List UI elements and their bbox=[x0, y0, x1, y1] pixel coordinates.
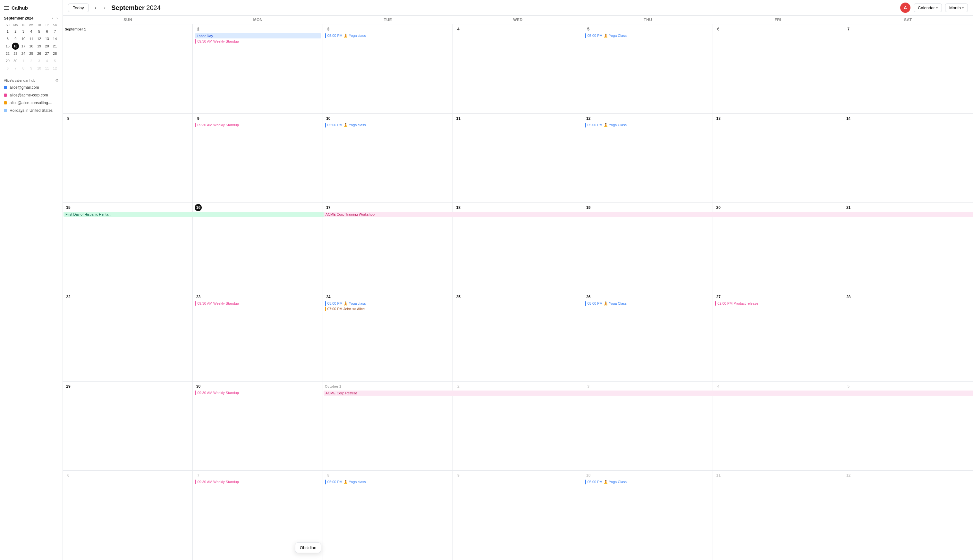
calendar-cell[interactable]: 909:30 AM Weekly Standup bbox=[193, 114, 323, 203]
mini-cal-day[interactable]: 26 bbox=[35, 50, 43, 57]
mini-cal-day[interactable]: 9 bbox=[12, 35, 19, 42]
event[interactable]: 05:00 PM 🧘 Yoga Class bbox=[585, 123, 711, 128]
mini-cal-day[interactable]: 8 bbox=[4, 35, 11, 42]
mini-cal-day[interactable]: 28 bbox=[51, 50, 59, 57]
calendar-cell[interactable]: 14 bbox=[843, 114, 973, 203]
mini-cal-day[interactable]: 2 bbox=[28, 57, 35, 64]
calendar-item[interactable]: alice@alice-consulting.... bbox=[4, 100, 59, 106]
mini-cal-day[interactable]: 20 bbox=[43, 43, 51, 50]
calendar-cell[interactable]: 2605:00 PM 🧘 Yoga Class bbox=[583, 292, 713, 381]
calendar-cell[interactable]: 2Labor Day09:30 AM Weekly Standup bbox=[193, 24, 323, 113]
calendar-cell[interactable]: 505:00 PM 🧘 Yoga Class bbox=[583, 24, 713, 113]
calendar-cell[interactable]: October 105:00 PM 🧘 Yoga classACME Corp … bbox=[323, 382, 453, 471]
mini-cal-day[interactable]: 2 bbox=[12, 28, 19, 35]
event[interactable]: 05:00 PM 🧘 Yoga class bbox=[325, 480, 451, 484]
mini-cal-day[interactable]: 1 bbox=[4, 28, 11, 35]
menu-icon[interactable] bbox=[4, 6, 9, 10]
event[interactable]: 09:30 AM Weekly Standup bbox=[195, 480, 321, 484]
mini-cal-day[interactable]: 14 bbox=[51, 35, 59, 42]
mini-cal-day[interactable]: 22 bbox=[4, 50, 11, 57]
calendar-cell[interactable]: 6 bbox=[713, 24, 843, 113]
mini-cal-day[interactable]: 11 bbox=[28, 35, 35, 42]
mini-cal-day[interactable]: 4 bbox=[28, 28, 35, 35]
calendar-cell[interactable]: 2309:30 AM Weekly Standup bbox=[193, 292, 323, 381]
calendar-cell[interactable]: 4 bbox=[453, 24, 583, 113]
mini-cal-day[interactable]: 25 bbox=[28, 50, 35, 57]
calendar-cell[interactable]: 1005:00 PM 🧘 Yoga Class bbox=[583, 471, 713, 560]
calendar-cell[interactable]: 9 bbox=[453, 471, 583, 560]
event[interactable]: 05:00 PM 🧘 Yoga Class bbox=[585, 301, 711, 306]
calendar-cell[interactable]: 1005:00 PM 🧘 Yoga class bbox=[323, 114, 453, 203]
calendar-cell[interactable]: 29 bbox=[63, 382, 193, 471]
event[interactable]: 05:00 PM 🧘 Yoga Class bbox=[585, 33, 711, 38]
mini-cal-day[interactable]: 27 bbox=[43, 50, 51, 57]
calendar-item[interactable]: alice@gmail.com bbox=[4, 85, 59, 90]
event[interactable]: 09:30 AM Weekly Standup bbox=[195, 123, 321, 127]
calendar-cell[interactable]: 12 bbox=[843, 471, 973, 560]
mini-cal-day[interactable]: 8 bbox=[20, 65, 27, 72]
mini-cal-day[interactable]: 30 bbox=[12, 57, 19, 64]
gear-icon[interactable]: ⚙ bbox=[55, 78, 59, 83]
event[interactable]: 05:00 PM 🧘 Yoga class bbox=[325, 33, 451, 38]
mini-cal-day[interactable]: 7 bbox=[51, 28, 59, 35]
calendar-cell[interactable]: 22 bbox=[63, 292, 193, 381]
mini-cal-day[interactable]: 6 bbox=[43, 28, 51, 35]
event[interactable]: 02:00 PM Product release bbox=[715, 301, 841, 306]
calendar-cell[interactable]: 1205:00 PM 🧘 Yoga Class bbox=[583, 114, 713, 203]
calendar-cell[interactable]: 7 bbox=[843, 24, 973, 113]
mini-cal-day[interactable]: 12 bbox=[51, 65, 59, 72]
calendar-cell[interactable]: 305:00 PM 🧘 Yoga class bbox=[323, 24, 453, 113]
mini-cal-day[interactable]: 7 bbox=[12, 65, 19, 72]
mini-cal-day[interactable]: 16 bbox=[12, 43, 19, 50]
mini-cal-day[interactable]: 3 bbox=[20, 28, 27, 35]
calendar-cell[interactable]: 15First Day of Hispanic Herita... bbox=[63, 203, 193, 292]
mini-cal-prev[interactable]: ‹ bbox=[51, 16, 54, 21]
multiday-event[interactable]: ACME Corp Training Workshop bbox=[324, 212, 973, 217]
mini-cal-day[interactable]: 9 bbox=[28, 65, 35, 72]
calendar-cell[interactable]: 3009:30 AM Weekly Standup bbox=[193, 382, 323, 471]
mini-cal-day[interactable]: 10 bbox=[35, 65, 43, 72]
mini-cal-day[interactable]: 15 bbox=[4, 43, 11, 50]
calendar-cell[interactable]: 8 bbox=[63, 114, 193, 203]
event[interactable]: Labor Day bbox=[195, 33, 321, 38]
prev-month-button[interactable]: ‹ bbox=[93, 3, 98, 12]
calendar-cell[interactable]: 1705:00 PM 🧘 Yoga classACME Corp Trainin… bbox=[323, 203, 453, 292]
mini-cal-day[interactable]: 21 bbox=[51, 43, 59, 50]
mini-cal-day[interactable]: 3 bbox=[35, 57, 43, 64]
mini-cal-day[interactable]: 29 bbox=[4, 57, 11, 64]
event[interactable]: 05:00 PM 🧘 Yoga Class bbox=[585, 480, 711, 484]
mini-cal-day[interactable]: 6 bbox=[4, 65, 11, 72]
mini-cal-day[interactable]: 19 bbox=[35, 43, 43, 50]
mini-cal-day[interactable]: 5 bbox=[35, 28, 43, 35]
mini-cal-day[interactable]: 12 bbox=[35, 35, 43, 42]
next-month-button[interactable]: › bbox=[102, 3, 107, 12]
calendar-view-dropdown[interactable]: Calendar ▾ bbox=[914, 3, 942, 12]
event[interactable]: 09:30 AM Weekly Standup bbox=[195, 390, 321, 395]
event[interactable]: 05:00 PM 🧘 Yoga class bbox=[325, 301, 451, 306]
mini-cal-next[interactable]: › bbox=[55, 16, 59, 21]
calendar-cell[interactable]: 11 bbox=[453, 114, 583, 203]
mini-cal-day[interactable]: 10 bbox=[20, 35, 27, 42]
mini-cal-day[interactable]: 23 bbox=[12, 50, 19, 57]
mini-cal-day[interactable]: 24 bbox=[20, 50, 27, 57]
calendar-cell[interactable]: 28 bbox=[843, 292, 973, 381]
month-view-dropdown[interactable]: Month ▾ bbox=[945, 3, 968, 12]
mini-cal-day[interactable]: 1 bbox=[20, 57, 27, 64]
event[interactable]: 07:00 PM John <> Alice bbox=[325, 307, 451, 311]
mini-cal-day[interactable]: 11 bbox=[43, 65, 51, 72]
calendar-cell[interactable]: September 1 bbox=[63, 24, 193, 113]
calendar-cell[interactable]: 13 bbox=[713, 114, 843, 203]
mini-cal-day[interactable]: 4 bbox=[43, 57, 51, 64]
today-button[interactable]: Today bbox=[68, 3, 89, 12]
calendar-cell[interactable]: 2405:00 PM 🧘 Yoga class07:00 PM John <> … bbox=[323, 292, 453, 381]
event[interactable]: 09:30 AM Weekly Standup bbox=[195, 39, 321, 43]
mini-cal-day[interactable]: 13 bbox=[43, 35, 51, 42]
calendar-cell[interactable]: 11 bbox=[713, 471, 843, 560]
event[interactable]: 09:30 AM Weekly Standup bbox=[195, 301, 321, 306]
mini-cal-day[interactable]: 5 bbox=[51, 57, 59, 64]
calendar-cell[interactable]: 6 bbox=[63, 471, 193, 560]
multiday-event[interactable]: ACME Corp Retreat bbox=[324, 390, 973, 396]
calendar-cell[interactable]: 805:00 PM 🧘 Yoga class bbox=[323, 471, 453, 560]
calendar-item[interactable]: alice@acme-corp.com bbox=[4, 92, 59, 98]
event[interactable]: 05:00 PM 🧘 Yoga class bbox=[325, 123, 451, 128]
